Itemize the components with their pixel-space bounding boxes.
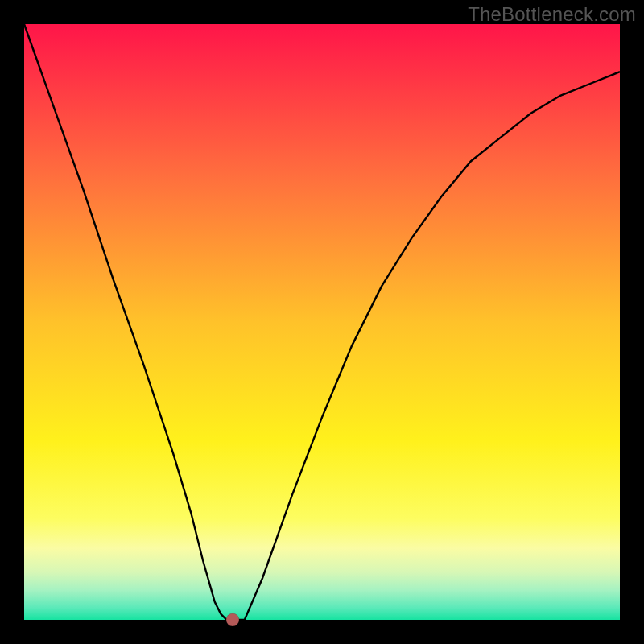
bottleneck-chart xyxy=(0,0,644,644)
optimum-marker xyxy=(226,613,239,626)
chart-container: TheBottleneck.com xyxy=(0,0,644,644)
